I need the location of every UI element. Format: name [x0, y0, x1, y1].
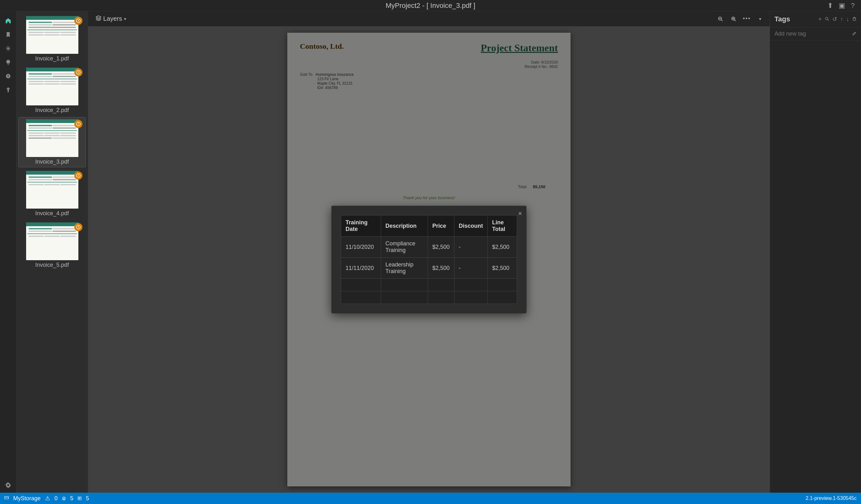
row2-date: 11/11/2020 — [341, 258, 381, 279]
thumbnail-invoice-4[interactable]: Invoice_4.pdf — [18, 169, 86, 219]
modal-close-button[interactable]: × — [518, 210, 522, 218]
tags-panel: Tags + ↺ ↑ ↓ — [770, 11, 861, 493]
titlebar: MyProject2 - [ Invoice_3.pdf ] ⬆ ▣ ? — [0, 0, 861, 11]
row2-price: $2,500 — [428, 258, 454, 279]
add-tag-icon[interactable]: + — [818, 16, 822, 23]
modal-overlay: × Training Date Description Price Discou… — [287, 33, 571, 486]
svg-line-7 — [721, 20, 723, 21]
pages-count: 5 — [86, 495, 89, 502]
storage-icon — [4, 495, 9, 501]
row1-date: 11/10/2020 — [341, 237, 381, 258]
main-layout: Invoice_1.pdf Invoice_2.pd — [0, 11, 861, 493]
thumbnail-label-2: Invoice_2.pdf — [35, 107, 69, 114]
move-up-icon[interactable]: ↑ — [840, 16, 843, 23]
sidebar-item-bookmark[interactable] — [2, 28, 14, 41]
layers-count-icon — [62, 495, 66, 502]
table-row — [341, 291, 517, 304]
row4-date — [341, 291, 381, 304]
thumbnail-invoice-5[interactable]: Invoice_5.pdf — [18, 220, 86, 270]
layers-button[interactable]: Layers ▾ — [93, 14, 129, 24]
thumbnail-badge-1 — [74, 17, 82, 25]
titlebar-icons: ⬆ ▣ ? — [827, 2, 855, 10]
col-training-date: Training Date — [341, 215, 381, 237]
expand-icon: ▾ — [759, 16, 761, 22]
tags-header-icons: + ↺ ↑ ↓ — [818, 16, 857, 23]
document-viewer[interactable]: Contoso, Ltd. Project Statement Date: 9/… — [88, 26, 770, 493]
row2-discount: - — [454, 258, 488, 279]
window-title: MyProject2 - [ Invoice_3.pdf ] — [386, 2, 476, 10]
row4-discount — [454, 291, 488, 304]
layers-icon — [96, 15, 101, 22]
pdf-page: Contoso, Ltd. Project Statement Date: 9/… — [287, 33, 571, 486]
col-description: Description — [381, 215, 428, 237]
sidebar-item-plugin[interactable] — [2, 84, 14, 96]
zoom-out-button[interactable] — [715, 14, 726, 24]
row3-discount — [454, 279, 488, 291]
svg-line-10 — [735, 20, 736, 21]
icon-bar — [0, 11, 16, 493]
row4-price — [428, 291, 454, 304]
layers-label: Layers — [103, 15, 122, 22]
col-price: Price — [428, 215, 454, 237]
row3-price — [428, 279, 454, 291]
storage-label: MyStorage — [13, 495, 41, 502]
thumbnail-image-3 — [26, 119, 78, 157]
share-icon[interactable]: ⬆ — [827, 2, 833, 10]
delete-tag-icon[interactable] — [852, 16, 857, 23]
move-down-icon[interactable]: ↓ — [846, 16, 849, 23]
thumbnail-label-4: Invoice_4.pdf — [35, 210, 69, 217]
tags-header: Tags + ↺ ↑ ↓ — [770, 11, 861, 27]
sidebar-item-gear[interactable] — [2, 479, 14, 491]
issues-count: 0 — [54, 495, 58, 502]
thumbnail-badge-4 — [74, 171, 82, 180]
dropdown-chevron-icon: ▾ — [124, 16, 126, 22]
help-icon[interactable]: ? — [851, 2, 855, 10]
pages-icon — [78, 495, 82, 502]
svg-rect-15 — [853, 18, 856, 20]
svg-point-13 — [825, 17, 828, 20]
thumbnail-image-1 — [26, 16, 78, 54]
sidebar-item-lightbulb[interactable] — [2, 56, 14, 69]
add-tag-input[interactable] — [775, 30, 852, 37]
status-bar: MyStorage ⚠ 0 5 5 2.1-preview.1-530545c — [0, 493, 861, 504]
thumbnail-label-5: Invoice_5.pdf — [35, 262, 69, 268]
expand-button[interactable]: ▾ — [755, 14, 765, 24]
sidebar-item-settings[interactable] — [2, 42, 14, 55]
thumbnail-invoice-2[interactable]: Invoice_2.pdf — [18, 66, 86, 116]
thumbnail-label-3: Invoice_3.pdf — [35, 158, 69, 165]
zoom-in-button[interactable] — [728, 14, 739, 24]
more-options-button[interactable]: ••• — [741, 14, 752, 24]
toolbar: Layers ▾ ••• ▾ — [88, 11, 770, 26]
thumbnail-label-1: Invoice_1.pdf — [35, 55, 69, 62]
col-discount: Discount — [454, 215, 488, 237]
thumbnail-badge-3 — [74, 120, 82, 128]
table-row: 11/11/2020 Leadership Training $2,500 - … — [341, 258, 517, 279]
sidebar-item-home[interactable] — [2, 14, 14, 27]
thumbnail-image-5 — [26, 222, 78, 260]
col-line-total: Line Total — [488, 215, 517, 237]
thumbnail-image-4 — [26, 171, 78, 209]
version-label: 2.1-preview.1-530545c — [806, 495, 857, 501]
tags-title: Tags — [775, 15, 790, 23]
search-tag-icon[interactable] — [825, 16, 829, 23]
sidebar-item-connect[interactable] — [2, 70, 14, 82]
layout-icon[interactable]: ▣ — [839, 2, 845, 10]
thumbnail-invoice-1[interactable]: Invoice_1.pdf — [18, 14, 86, 64]
row2-total: $2,500 — [488, 258, 517, 279]
row3-date — [341, 279, 381, 291]
issues-icon: ⚠ — [45, 495, 50, 502]
thumbnail-invoice-3[interactable]: Invoice_3.pdf — [18, 117, 86, 167]
row3-desc — [381, 279, 428, 291]
thumbnail-image-2 — [26, 68, 78, 106]
modal-dialog: × Training Date Description Price Discou… — [331, 206, 527, 313]
row4-total — [488, 291, 517, 304]
more-icon: ••• — [743, 15, 751, 22]
modal-table: Training Date Description Price Discount… — [341, 215, 517, 304]
row1-desc: Compliance Training — [381, 237, 428, 258]
layers-count: 5 — [70, 495, 73, 502]
refresh-tag-icon[interactable]: ↺ — [832, 16, 837, 23]
add-tag-bar — [770, 27, 861, 41]
thumbnail-panel: Invoice_1.pdf Invoice_2.pd — [16, 11, 88, 493]
svg-line-14 — [828, 19, 829, 21]
content-area: Layers ▾ ••• ▾ Contoso, L — [88, 11, 770, 493]
